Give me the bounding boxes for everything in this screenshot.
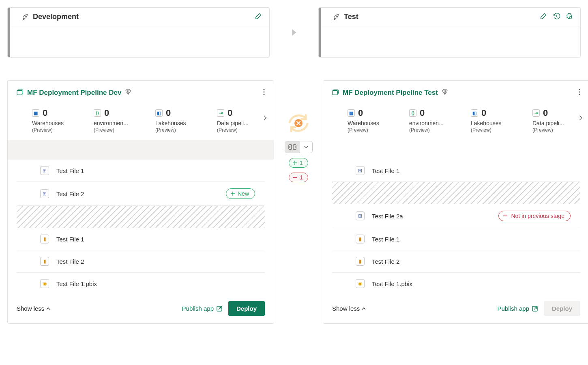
show-less-button[interactable]: Show less [332, 305, 366, 312]
svg-rect-4 [17, 90, 22, 95]
rocket-icon [333, 13, 340, 21]
svg-point-5 [263, 89, 264, 90]
item-group-2: ▮ Test File 1 ▮ Test File 2 ◉ Test File … [8, 228, 274, 295]
stage-row: Development Test [7, 7, 581, 58]
item-name: Test File 1 [56, 236, 84, 243]
list-item[interactable]: ▮ Test File 2 [332, 250, 580, 273]
object-type-strip: ▦0 Warehouses (Preview) ⟨⟩0 environmen..… [8, 100, 274, 140]
svg-point-7 [263, 94, 264, 95]
rocket-icon [21, 13, 29, 21]
report-icon: ▮ [356, 257, 365, 266]
workspace-title[interactable]: MF Deployment Pipeline Test [343, 89, 438, 97]
list-item[interactable]: ◉ Test File 1.pbix [17, 273, 265, 295]
list-item[interactable]: ⊞ Test File 2a Not in previous stage [332, 204, 580, 228]
svg-rect-10 [289, 145, 292, 149]
workspace-footer: Show less Publish app Deploy [323, 295, 588, 323]
svg-point-14 [579, 89, 580, 90]
list-item[interactable]: ▮ Test File 1 [332, 228, 580, 250]
env-icon: ⟨⟩ [94, 109, 101, 117]
svg-rect-11 [293, 145, 296, 149]
deploy-button: Deploy [544, 301, 580, 316]
hatch-placeholder [332, 181, 580, 204]
pipeline-icon: ⇥ [217, 109, 224, 117]
item-group-1b: ⊞ Test File 2a Not in previous stage [323, 204, 588, 228]
item-name: Test File 2 [372, 258, 399, 265]
dataset-icon: ⊞ [356, 211, 365, 220]
spacer [323, 140, 588, 160]
deploy-button[interactable]: Deploy [228, 301, 265, 316]
edit-icon[interactable] [540, 13, 547, 21]
svg-point-15 [579, 91, 580, 92]
workspace-test: MF Deployment Pipeline Test ▦0 Warehouse… [323, 80, 588, 324]
object-type-strip: ▦0 Warehouses (Preview) ⟨⟩0 environmen..… [323, 100, 588, 140]
dataset-icon: ⊞ [40, 189, 49, 198]
settings-icon[interactable] [566, 13, 573, 21]
stage-title: Development [33, 13, 79, 21]
list-item[interactable]: ⊞ Test File 1 [17, 160, 265, 182]
lakehouse-icon: ◧ [155, 109, 163, 117]
stage-title: Test [344, 13, 358, 21]
more-icon[interactable] [262, 87, 266, 98]
obj-data-pipelines[interactable]: ⇥0 Data pipeli... (Preview) [532, 108, 585, 133]
obj-environments[interactable]: ⟨⟩0 environmen... (Preview) [409, 108, 462, 133]
list-item[interactable]: ⊞ Test File 2 New [17, 182, 265, 205]
item-name: Test File 1 [372, 236, 399, 243]
obj-data-pipelines[interactable]: ⇥0 Data pipeli... (Preview) [217, 108, 270, 133]
obj-lakehouses[interactable]: ◧0 Lakehouses (Preview) [155, 108, 208, 133]
svg-point-6 [263, 91, 264, 92]
item-group-1: ⊞ Test File 1 [323, 160, 588, 181]
item-name: Test File 1.pbix [56, 280, 97, 287]
report-icon: ▮ [40, 235, 49, 243]
grey-strip [8, 140, 274, 160]
workspace-row: MF Deployment Pipeline Dev ▦0 Warehouses… [7, 58, 581, 324]
workspace-title[interactable]: MF Deployment Pipeline Dev [27, 89, 121, 97]
compare-dropdown[interactable] [300, 141, 312, 153]
obj-lakehouses[interactable]: ◧0 Lakehouses (Preview) [471, 108, 524, 133]
obj-environments[interactable]: ⟨⟩0 environmen... (Preview) [94, 108, 146, 133]
svg-point-16 [579, 94, 580, 95]
list-item[interactable]: ▮ Test File 1 [17, 228, 265, 250]
workspace-dev: MF Deployment Pipeline Dev ▦0 Warehouses… [7, 80, 274, 324]
svg-point-2 [569, 17, 571, 19]
sync-status-icon [285, 110, 311, 136]
item-name: Test File 2 [56, 258, 84, 265]
workspace-icon [17, 88, 24, 97]
report-icon: ▮ [356, 235, 365, 243]
premium-icon [441, 88, 449, 97]
warehouse-icon: ▦ [32, 109, 39, 117]
hatch-placeholder [17, 205, 265, 228]
show-less-button[interactable]: Show less [17, 305, 51, 312]
history-icon[interactable] [553, 13, 560, 21]
chevron-right-icon[interactable] [578, 115, 584, 122]
compare-column: 1 1 [274, 58, 323, 182]
premium-icon [124, 88, 132, 97]
stage-card-development: Development [7, 7, 270, 58]
list-item[interactable]: ◉ Test File 1.pbix [332, 273, 580, 295]
edit-icon[interactable] [255, 13, 262, 21]
item-name: Test File 2a [372, 213, 403, 220]
pbix-icon: ◉ [356, 279, 365, 288]
workspace-icon [332, 88, 339, 97]
more-icon[interactable] [577, 87, 582, 98]
dataset-icon: ⊞ [40, 166, 49, 175]
compare-toggle[interactable] [285, 141, 313, 153]
list-item[interactable]: ⊞ Test File 1 [332, 160, 580, 181]
publish-app-link[interactable]: Publish app [182, 305, 223, 312]
report-icon: ▮ [40, 257, 49, 266]
list-item[interactable]: ▮ Test File 2 [17, 250, 265, 273]
accent-bar [8, 8, 10, 57]
publish-app-link[interactable]: Publish app [498, 305, 538, 312]
obj-warehouses[interactable]: ▦0 Warehouses (Preview) [348, 108, 400, 133]
diff-removed-pill: 1 [289, 173, 308, 182]
lakehouse-icon: ◧ [471, 109, 478, 117]
compare-side-by-side[interactable] [285, 141, 300, 153]
accent-bar [319, 8, 321, 57]
workspace-footer: Show less Publish app Deploy [8, 295, 274, 323]
stage-advance-arrow[interactable] [270, 7, 318, 58]
chevron-right-icon[interactable] [262, 115, 268, 122]
item-name: Test File 1 [372, 167, 399, 174]
item-group-2: ▮ Test File 1 ▮ Test File 2 ◉ Test File … [323, 228, 588, 295]
obj-warehouses[interactable]: ▦0 Warehouses (Preview) [32, 108, 85, 133]
svg-point-0 [26, 15, 27, 17]
env-icon: ⟨⟩ [409, 109, 416, 117]
